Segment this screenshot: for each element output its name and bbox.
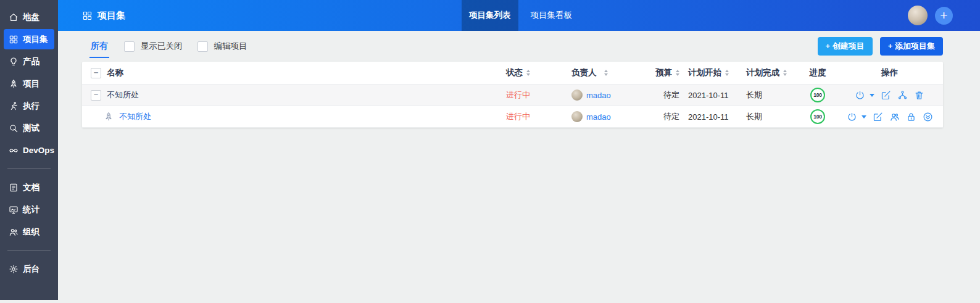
- sidebar-item-label: 产品: [23, 56, 39, 67]
- cell-plan-begin: 2021-10-11: [679, 91, 741, 100]
- project-name-link[interactable]: 不知所处: [119, 111, 151, 122]
- cell-name: 不知所处: [82, 89, 506, 101]
- show-closed-checkbox[interactable]: [124, 41, 135, 52]
- cell-status: 进行中: [506, 111, 571, 122]
- progress-ring: 100: [810, 88, 825, 102]
- caret-down-icon[interactable]: [862, 115, 866, 118]
- show-closed-checkbox-group[interactable]: 显示已关闭: [124, 41, 183, 52]
- show-closed-label: 显示已关闭: [141, 41, 183, 52]
- sidebar-item-project[interactable]: 项目: [4, 73, 54, 94]
- program-grid-icon: [82, 10, 93, 21]
- status-badge: 进行中: [506, 89, 530, 101]
- column-header-plan-begin: 计划开始: [679, 67, 741, 78]
- column-label: 状态: [506, 67, 523, 78]
- edit-icon[interactable]: [873, 112, 883, 122]
- sidebar-divider: [7, 168, 51, 169]
- edit-project-checkbox-group[interactable]: 编辑项目: [197, 41, 247, 52]
- column-header-budget: 预算: [646, 67, 679, 78]
- sort-icon[interactable]: [604, 70, 608, 76]
- power-icon[interactable]: [855, 90, 865, 101]
- column-label: 计划完成: [746, 67, 779, 78]
- cell-progress: 100: [799, 88, 836, 102]
- home-icon: [9, 12, 19, 22]
- tab-program-kanban[interactable]: 项目集看板: [523, 0, 580, 31]
- owner-avatar: [571, 89, 583, 101]
- owner-link[interactable]: madao: [586, 112, 611, 122]
- sort-icon[interactable]: [783, 70, 787, 76]
- caret-down-icon[interactable]: [870, 94, 874, 97]
- toolbar: 所有 显示已关闭 编辑项目 + 创建项目 + 添加项目集: [58, 31, 980, 62]
- table-row: 不知所处 进行中 madao 待定 2021-10-11 长期 100: [82, 85, 943, 106]
- column-label: 名称: [107, 67, 123, 78]
- cell-plan-end: 长期: [741, 111, 799, 122]
- program-name-link[interactable]: 不知所处: [107, 89, 139, 101]
- progress-ring: 100: [810, 109, 825, 124]
- column-header-owner: 负责人: [571, 67, 646, 78]
- program-table: 名称 状态 负责人 预算 计划开始 计划完成: [82, 62, 943, 128]
- global-add-button[interactable]: [935, 7, 953, 25]
- power-icon[interactable]: [847, 112, 857, 122]
- sidebar-item-label: 地盘: [23, 12, 39, 23]
- table-row: 不知所处 进行中 madao 待定 2021-10-11 长期 100: [82, 106, 943, 128]
- column-label: 预算: [655, 67, 672, 78]
- edit-project-label: 编辑项目: [214, 41, 247, 52]
- delete-icon[interactable]: [914, 90, 924, 101]
- create-project-button[interactable]: + 创建项目: [818, 37, 873, 56]
- lock-icon[interactable]: [906, 112, 916, 122]
- cell-actions: [836, 90, 943, 101]
- sidebar-item-label: 统计: [23, 204, 39, 215]
- edit-project-checkbox[interactable]: [197, 41, 208, 52]
- sidebar-item-label: 项目集: [23, 34, 48, 45]
- sidebar-divider: [7, 250, 51, 251]
- admin-gear-icon: [9, 264, 19, 274]
- plan-begin-value: 2021-10-11: [688, 91, 729, 100]
- test-magnifier-icon: [9, 123, 19, 133]
- sidebar-item-admin[interactable]: 后台: [4, 259, 54, 279]
- sort-icon[interactable]: [725, 70, 729, 76]
- edit-icon[interactable]: [881, 90, 891, 101]
- column-label: 负责人: [571, 67, 597, 78]
- project-rocket-icon: [9, 79, 19, 89]
- user-avatar[interactable]: [908, 6, 928, 25]
- cell-name: 不知所处: [82, 111, 506, 122]
- team-icon[interactable]: [889, 112, 900, 122]
- devops-infinity-icon: [9, 146, 19, 156]
- filter-tab-all[interactable]: 所有: [89, 41, 109, 52]
- split-icon[interactable]: [897, 90, 908, 101]
- execution-runner-icon: [9, 101, 19, 111]
- sidebar-item-home[interactable]: 地盘: [4, 7, 54, 27]
- sidebar: 地盘 项目集 产品 项目 执行 测试: [0, 0, 58, 300]
- status-badge: 进行中: [506, 111, 530, 122]
- more-actions-icon[interactable]: [923, 112, 933, 122]
- topbar-user-area: [908, 0, 953, 31]
- add-program-button[interactable]: + 添加项目集: [880, 37, 943, 56]
- sidebar-item-stats[interactable]: 统计: [4, 199, 54, 220]
- main-area: 项目集 项目集列表 项目集看板 所有 显示已关闭 编辑项目 + 创建项目 + 添…: [58, 0, 980, 303]
- column-header-plan-end: 计划完成: [741, 67, 799, 78]
- collapse-all-icon[interactable]: [91, 68, 101, 78]
- sort-icon[interactable]: [526, 70, 530, 76]
- sidebar-item-product[interactable]: 产品: [4, 51, 54, 72]
- tab-label: 项目集看板: [531, 10, 573, 21]
- collapse-row-icon[interactable]: [91, 90, 101, 101]
- sidebar-item-execution[interactable]: 执行: [4, 96, 54, 116]
- table-header-row: 名称 状态 负责人 预算 计划开始 计划完成: [82, 62, 943, 85]
- sidebar-item-org[interactable]: 组织: [4, 222, 54, 242]
- sidebar-item-devops[interactable]: DevOps: [4, 140, 54, 160]
- sidebar-item-program[interactable]: 项目集: [4, 29, 54, 49]
- sidebar-item-label: 后台: [23, 264, 39, 275]
- sidebar-item-label: 组织: [23, 226, 39, 238]
- cell-budget: 待定: [646, 89, 679, 101]
- tab-program-list[interactable]: 项目集列表: [462, 0, 518, 31]
- cell-progress: 100: [799, 109, 836, 124]
- budget-value: 待定: [663, 89, 679, 101]
- tab-label: 项目集列表: [469, 10, 511, 21]
- product-bulb-icon: [9, 57, 19, 67]
- owner-avatar: [571, 111, 583, 122]
- sidebar-item-doc[interactable]: 文档: [4, 177, 54, 197]
- cell-status: 进行中: [506, 89, 571, 101]
- sidebar-item-test[interactable]: 测试: [4, 118, 54, 138]
- cell-plan-end: 长期: [741, 89, 799, 101]
- sidebar-item-label: DevOps: [23, 146, 54, 155]
- owner-link[interactable]: madao: [586, 91, 611, 100]
